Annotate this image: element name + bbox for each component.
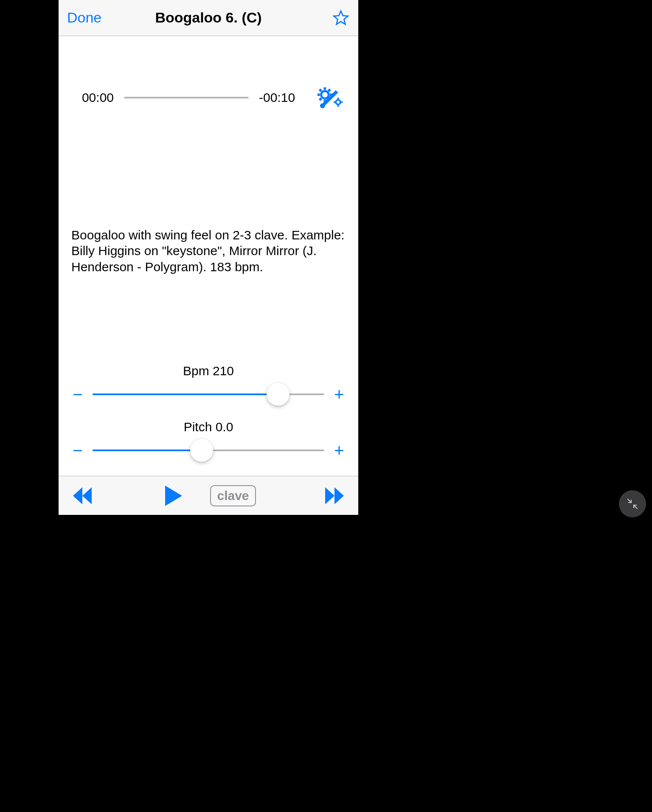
pitch-minus-button[interactable]: − <box>71 442 84 459</box>
pitch-slider-thumb[interactable] <box>190 439 213 462</box>
svg-line-23 <box>628 499 631 503</box>
pitch-slider[interactable] <box>93 450 324 451</box>
elapsed-time-label: 00:00 <box>71 90 114 105</box>
settings-gears-icon[interactable] <box>316 83 346 112</box>
svg-point-10 <box>336 100 340 104</box>
pitch-label: Pitch 0.0 <box>71 420 346 434</box>
playback-progress-slider[interactable] <box>124 97 249 98</box>
bottom-toolbar: clave <box>59 476 358 515</box>
bpm-slider-thumb[interactable] <box>267 383 289 406</box>
remaining-time-label: -00:10 <box>259 90 306 105</box>
bpm-plus-button[interactable]: + <box>333 386 346 403</box>
svg-marker-20 <box>165 486 182 506</box>
svg-line-6 <box>320 89 321 91</box>
clave-button[interactable]: clave <box>210 485 256 506</box>
play-icon[interactable] <box>161 484 185 508</box>
previous-track-icon[interactable] <box>71 485 93 507</box>
svg-line-9 <box>329 89 330 91</box>
bpm-minus-button[interactable]: − <box>71 386 84 403</box>
playback-row: 00:00 -00:10 <box>71 83 346 112</box>
svg-marker-22 <box>334 487 344 504</box>
svg-marker-21 <box>325 487 334 504</box>
svg-marker-0 <box>334 11 348 24</box>
pitch-plus-button[interactable]: + <box>333 442 346 459</box>
next-track-icon[interactable] <box>323 485 346 507</box>
svg-marker-19 <box>82 487 92 504</box>
svg-line-24 <box>634 505 637 509</box>
app-screen: Done Boogaloo 6. (C) 00:00 -00:10 <box>59 0 358 515</box>
favorite-star-icon[interactable] <box>332 9 350 27</box>
bpm-slider-group: Bpm 210 − + <box>71 364 346 403</box>
sliders-block: Bpm 210 − + Pitch 0.0 − <box>71 364 346 476</box>
track-description: Boogaloo with swing feel on 2-3 clave. E… <box>71 227 346 275</box>
svg-line-8 <box>320 98 321 100</box>
svg-point-1 <box>321 91 329 98</box>
svg-marker-18 <box>73 487 82 504</box>
page-title: Boogaloo 6. (C) <box>118 9 299 26</box>
pitch-slider-group: Pitch 0.0 − + <box>71 420 346 459</box>
bpm-slider[interactable] <box>93 393 324 395</box>
content-area: 00:00 -00:10 <box>59 36 358 476</box>
collapse-overlay-icon[interactable] <box>619 490 646 517</box>
navigation-bar: Done Boogaloo 6. (C) <box>59 0 358 36</box>
done-button[interactable]: Done <box>67 9 118 26</box>
bpm-label: Bpm 210 <box>71 364 346 378</box>
